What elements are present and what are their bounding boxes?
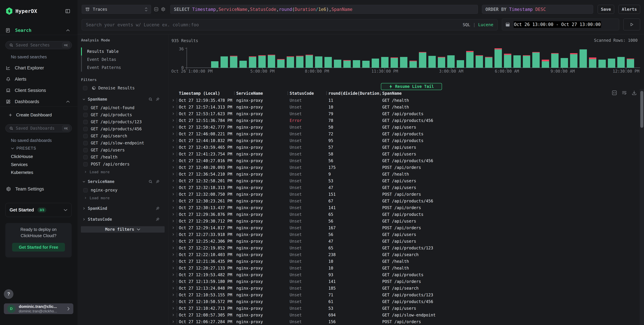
row-expand-icon[interactable]: [172, 313, 175, 317]
row-expand-icon[interactable]: [172, 193, 175, 196]
table-row[interactable]: Oct 27 12:29:30.712 PMnginx-proxyUnset56…: [169, 218, 640, 225]
sidebar-item-chart-explorer[interactable]: Chart Explorer: [0, 63, 78, 73]
table-row[interactable]: Oct 27 12:27:33.918 PMnginx-proxyUnset56…: [169, 231, 640, 238]
filter-option[interactable]: GET /health: [84, 154, 118, 160]
results-histogram[interactable]: 360Oct 26 1:00:00 PM5:00:00 PM8:00:00 PM…: [169, 44, 644, 83]
filter-checkbox[interactable]: [84, 113, 88, 117]
sidebar-item-dashboards[interactable]: Dashboards: [0, 97, 78, 106]
column-resize-handle[interactable]: ⋮: [325, 91, 328, 95]
row-expand-icon[interactable]: [172, 199, 175, 203]
table-row[interactable]: Oct 27 12:57:14.313 PMnginx-proxyUnset10…: [169, 104, 640, 110]
more-filters-button[interactable]: More filters: [81, 226, 164, 233]
table-row[interactable]: Oct 27 12:32:58.201 PMnginx-proxyUnset53…: [169, 178, 640, 184]
analysis-mode-option-event-deltas[interactable]: Event Deltas: [81, 55, 165, 63]
row-expand-icon[interactable]: [172, 146, 175, 149]
table-row[interactable]: Oct 27 12:46:08.221 PMnginx-proxyUnset72…: [169, 131, 640, 137]
table-row[interactable]: Oct 27 12:40:20.093 PMnginx-proxyUnset17…: [169, 164, 640, 171]
table-row[interactable]: Oct 27 12:10:50.572 PMnginx-proxyUnset61…: [169, 298, 640, 305]
resume-live-tail-button[interactable]: Resume Live Tail: [381, 83, 442, 90]
lucene-search-input[interactable]: Search your events w/ Lucene ex. column:…: [82, 19, 498, 30]
filter-option[interactable]: GET /api/products: [84, 112, 132, 118]
language-lucene[interactable]: Lucene: [478, 22, 493, 27]
filter-group-spankind[interactable]: SpanKind: [82, 206, 164, 211]
alerts-button[interactable]: Alerts: [618, 5, 640, 14]
table-row[interactable]: Oct 27 12:21:36.435 PMnginx-proxyUnset10…: [169, 258, 640, 265]
table-row[interactable]: Oct 27 12:30:13.437 PMnginx-proxyUnset14…: [169, 204, 640, 211]
table-row[interactable]: Oct 27 12:50:42.777 PMnginx-proxyUnset50…: [169, 124, 640, 131]
table-row[interactable]: Oct 27 12:30:23.261 PMnginx-proxyUnset67…: [169, 198, 640, 204]
table-row[interactable]: Oct 27 12:13:59.180 PMnginx-proxyUnset14…: [169, 278, 640, 285]
pin-icon[interactable]: [156, 97, 160, 101]
column-header-1[interactable]: ServiceName: [236, 90, 288, 97]
get-started-panel[interactable]: Get Started 3/3: [5, 203, 72, 217]
row-expand-icon[interactable]: [172, 240, 175, 243]
pin-icon[interactable]: [156, 179, 160, 184]
table-row[interactable]: Oct 27 12:32:08.750 PMnginx-proxyUnset15…: [169, 191, 640, 198]
order-by-editor[interactable]: ORDER BY Timestamp DESC: [482, 5, 593, 14]
table-row[interactable]: Oct 27 12:29:14.817 PMnginx-proxyUnset16…: [169, 225, 640, 231]
sql-select-editor[interactable]: SELECT Timestamp,ServiceName,StatusCode,…: [170, 5, 478, 14]
load-more-button[interactable]: Load more: [84, 195, 110, 200]
row-expand-icon[interactable]: [172, 172, 175, 176]
table-row[interactable]: Oct 27 12:22:10.403 PMnginx-proxyUnset23…: [169, 251, 640, 258]
scrollbar-thumb[interactable]: [640, 91, 643, 128]
filter-checkbox[interactable]: [84, 134, 88, 138]
row-expand-icon[interactable]: [172, 99, 175, 102]
preset-item-services[interactable]: Services: [11, 162, 28, 167]
language-sql[interactable]: SQL: [462, 22, 470, 27]
table-row[interactable]: Oct 27 12:40:27.016 PMnginx-proxyUnset56…: [169, 157, 640, 164]
table-row[interactable]: Oct 27 12:43:59.465 PMnginx-proxyUnset57…: [169, 144, 640, 151]
filter-option[interactable]: nginx-proxy: [84, 187, 118, 193]
user-account-chip[interactable]: D dominic.tran@clic... dominic.tran@clic…: [4, 303, 73, 314]
table-row[interactable]: Oct 27 12:29:36.876 PMnginx-proxyUnset65…: [169, 211, 640, 218]
saved-searches-input[interactable]: Saved Searches ⌘K: [5, 41, 72, 49]
search-icon[interactable]: [148, 179, 153, 184]
table-row[interactable]: Oct 27 12:44:10.832 PMnginx-proxyUnset95…: [169, 137, 640, 144]
gear-icon[interactable]: [161, 7, 166, 11]
row-expand-icon[interactable]: [172, 139, 175, 142]
save-button[interactable]: Save: [598, 5, 614, 14]
presets-toggle[interactable]: PRESETS: [11, 146, 36, 151]
row-expand-icon[interactable]: [172, 307, 175, 310]
table-row[interactable]: Oct 27 12:06:27.284 PMnginx-proxyUnset15…: [169, 319, 640, 325]
table-row[interactable]: Oct 27 12:25:42.306 PMnginx-proxyUnset47…: [169, 238, 640, 245]
load-more-button[interactable]: Load more: [84, 169, 110, 174]
row-expand-icon[interactable]: [172, 112, 175, 115]
table-row[interactable]: Oct 27 12:20:27.133 PMnginx-proxyUnset10…: [169, 265, 640, 272]
table-row[interactable]: Oct 27 12:22:19.852 PMnginx-proxyUnset65…: [169, 245, 640, 251]
row-expand-icon[interactable]: [172, 179, 175, 182]
analysis-mode-option-event-patterns[interactable]: Event Patterns: [81, 63, 165, 72]
date-range-picker[interactable]: Oct 26 13:00:00 - Oct 27 13:00:00: [502, 19, 619, 30]
filter-option[interactable]: GET /api/users: [84, 147, 125, 153]
row-expand-icon[interactable]: [172, 132, 175, 135]
team-settings-item[interactable]: Team Settings: [0, 184, 78, 194]
row-expand-icon[interactable]: [172, 166, 175, 169]
filter-option[interactable]: GET /api/products/456: [84, 126, 142, 132]
column-header-2[interactable]: StatusCode: [290, 90, 326, 97]
denoise-checkbox[interactable]: [83, 86, 87, 90]
column-header-4[interactable]: SpanName: [382, 90, 634, 97]
get-started-free-button[interactable]: Get Started for Free: [12, 243, 65, 252]
table-row[interactable]: Oct 27 12:59:35.478 PMnginx-proxyUnset11…: [169, 97, 640, 104]
row-expand-icon[interactable]: [172, 105, 175, 109]
row-expand-icon[interactable]: [172, 213, 175, 216]
search-icon[interactable]: [148, 97, 153, 101]
scrollbar-track[interactable]: [640, 89, 644, 325]
row-expand-icon[interactable]: [172, 233, 175, 236]
row-expand-icon[interactable]: [172, 300, 175, 303]
table-row[interactable]: Oct 27 12:19:53.482 PMnginx-proxyUnset93…: [169, 272, 640, 278]
source-select[interactable]: Traces: [82, 5, 151, 14]
table-row[interactable]: Oct 27 12:51:36.784 PMnginx-proxyError78…: [169, 117, 640, 124]
denoise-results-option[interactable]: Denoise Results: [83, 86, 135, 90]
filter-group-servicename[interactable]: ServiceName: [82, 179, 164, 184]
filter-group-spanname[interactable]: SpanName: [82, 96, 164, 102]
column-resize-handle[interactable]: ⋮: [378, 91, 382, 95]
filter-checkbox[interactable]: [84, 148, 88, 152]
row-expand-icon[interactable]: [172, 226, 175, 229]
table-row[interactable]: Oct 27 12:32:18.313 PMnginx-proxyUnset47…: [169, 184, 640, 191]
help-button[interactable]: ?: [4, 289, 14, 299]
table-row[interactable]: Oct 27 12:08:57.305 PMnginx-proxyUnset69…: [169, 312, 640, 319]
table-row[interactable]: Oct 27 12:53:17.623 PMnginx-proxyUnset79…: [169, 110, 640, 117]
row-expand-icon[interactable]: [172, 246, 175, 250]
filter-option[interactable]: POST /api/orders: [84, 161, 130, 167]
